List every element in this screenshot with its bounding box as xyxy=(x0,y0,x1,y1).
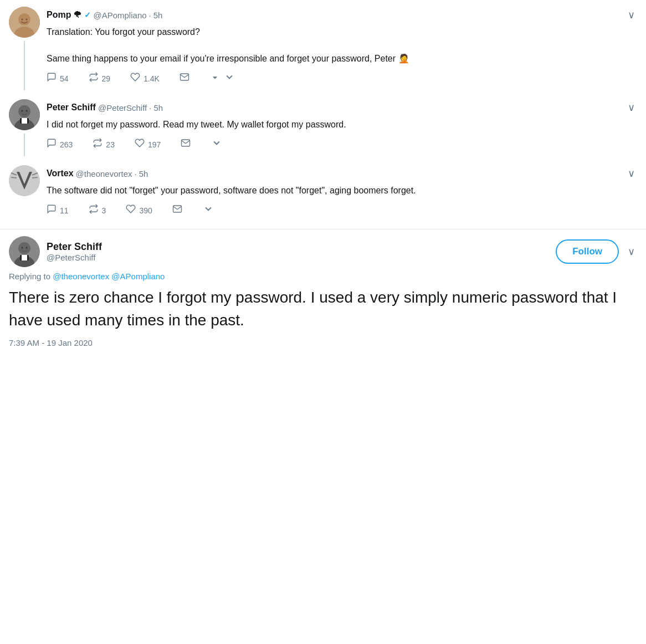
retweet-count-peter1: 23 xyxy=(106,140,115,149)
avatar-col-peter1 xyxy=(9,99,40,156)
reply-to-user-1[interactable]: @theonevortex xyxy=(53,272,109,281)
tweet-text-vortex: The software did not "forget" your passw… xyxy=(47,184,637,197)
dm-icon-pomp xyxy=(180,72,189,85)
svg-point-4 xyxy=(26,19,28,21)
big-tweet-text: There is zero chance I forgot my passwor… xyxy=(9,287,637,331)
svg-line-18 xyxy=(32,177,38,178)
emoji-tornado: 🌪 xyxy=(73,10,82,20)
avatar-peter-bottom[interactable] xyxy=(9,236,40,267)
dm-action-pomp[interactable] xyxy=(180,72,189,85)
avatar-pomp[interactable] xyxy=(9,7,40,38)
verified-icon-pomp: ✓ xyxy=(84,11,91,19)
bottom-tweet-header: Peter Schiff @PeterSchiff Follow ∨ xyxy=(9,236,637,267)
retweet-icon-pomp xyxy=(89,72,99,85)
like-count-pomp: 1.4K xyxy=(143,74,160,83)
username-pomp: @APompliano xyxy=(93,11,146,20)
tweet-peter-1: Peter Schiff @PeterSchiff · 5h ∨ I did n… xyxy=(9,97,637,163)
dm-action-vortex[interactable] xyxy=(172,204,182,217)
reply-icon-peter1 xyxy=(47,138,57,151)
like-icon-pomp xyxy=(130,72,140,85)
display-name-pomp: Pomp xyxy=(47,10,71,20)
avatar-col-vortex xyxy=(9,165,40,222)
svg-point-13 xyxy=(9,165,40,196)
chevron-pomp[interactable]: ∨ xyxy=(626,7,637,23)
svg-point-20 xyxy=(18,242,30,254)
thread-line-pomp xyxy=(24,41,25,90)
bottom-display-name: Peter Schiff xyxy=(47,241,102,253)
svg-point-3 xyxy=(22,19,23,21)
tweet-pomp: Pomp 🌪 ✓ @APompliano · 5h ∨ Translation:… xyxy=(9,7,637,97)
like-action-vortex[interactable]: 390 xyxy=(126,204,152,217)
svg-line-16 xyxy=(11,177,17,178)
retweet-count-pomp: 29 xyxy=(102,74,111,83)
like-action-pomp[interactable]: 1.4K xyxy=(130,72,160,85)
tweet-vortex: Vortex @theonevortex · 5h ∨ The software… xyxy=(9,163,637,229)
more-icon-pomp xyxy=(209,71,235,86)
reply-to-user-2[interactable]: @APompliano xyxy=(111,272,165,281)
tweet-content-pomp: Pomp 🌪 ✓ @APompliano · 5h ∨ Translation:… xyxy=(47,7,637,90)
retweet-count-vortex: 3 xyxy=(102,206,106,215)
tweet-text-pomp: Translation: You forgot your password? S… xyxy=(47,25,637,65)
tweet-header-peter1: Peter Schiff @PeterSchiff · 5h ∨ xyxy=(47,99,637,116)
reply-count-peter1: 263 xyxy=(60,140,73,149)
like-action-peter1[interactable]: 197 xyxy=(135,138,161,151)
tweet-header-vortex: Vortex @theonevortex · 5h ∨ xyxy=(47,165,637,182)
avatar-peter1[interactable] xyxy=(9,99,40,130)
more-action-vortex[interactable] xyxy=(202,203,214,218)
svg-rect-23 xyxy=(22,255,24,260)
bottom-tweet-user: Peter Schiff @PeterSchiff xyxy=(9,236,102,267)
tweet-header-left-pomp: Pomp 🌪 ✓ @APompliano · 5h xyxy=(47,10,162,20)
tweet-header-left-peter1: Peter Schiff @PeterSchiff · 5h xyxy=(47,103,163,113)
svg-point-25 xyxy=(22,247,23,249)
dm-icon-peter1 xyxy=(181,138,191,151)
retweet-action-pomp[interactable]: 29 xyxy=(89,72,111,85)
tweet-content-vortex: Vortex @theonevortex · 5h ∨ The software… xyxy=(47,165,637,222)
like-icon-peter1 xyxy=(135,138,145,151)
retweet-icon-peter1 xyxy=(93,138,102,151)
more-action-peter1[interactable] xyxy=(211,137,223,152)
tweet-thread: Pomp 🌪 ✓ @APompliano · 5h ∨ Translation:… xyxy=(0,0,646,229)
reply-to-line: Replying to @theonevortex @APompliano xyxy=(9,272,637,281)
retweet-action-vortex[interactable]: 3 xyxy=(89,204,106,217)
reply-action-vortex[interactable]: 11 xyxy=(47,204,69,217)
username-vortex: @theonevortex xyxy=(76,169,132,178)
follow-button[interactable]: Follow xyxy=(556,239,619,264)
tweet-timestamp: 7:39 AM - 19 Jan 2020 xyxy=(9,338,637,347)
like-count-vortex: 390 xyxy=(139,206,152,215)
reply-action-peter1[interactable]: 263 xyxy=(47,138,73,151)
reply-icon-pomp xyxy=(47,72,57,85)
chevron-peter1[interactable]: ∨ xyxy=(626,99,637,116)
time-vortex: 5h xyxy=(139,169,148,178)
reply-icon-vortex xyxy=(47,204,57,217)
more-icon-vortex xyxy=(202,203,214,218)
dm-action-peter1[interactable] xyxy=(181,138,191,151)
reply-action-pomp[interactable]: 54 xyxy=(47,72,69,85)
tweet-actions-peter1: 263 23 197 xyxy=(47,137,637,152)
more-icon-peter1 xyxy=(211,137,223,152)
reply-to-text: Replying to xyxy=(9,272,53,281)
svg-point-6 xyxy=(18,105,30,117)
time-peter1: 5h xyxy=(153,103,163,113)
bottom-tweet: Peter Schiff @PeterSchiff Follow ∨ Reply… xyxy=(0,229,646,354)
svg-rect-10 xyxy=(24,118,27,124)
svg-point-11 xyxy=(22,110,23,112)
retweet-icon-vortex xyxy=(89,204,99,217)
more-action-pomp[interactable] xyxy=(209,71,235,86)
svg-point-1 xyxy=(18,13,30,25)
display-name-peter1: Peter Schiff xyxy=(47,103,96,113)
display-name-vortex: Vortex xyxy=(47,168,74,178)
bottom-user-info: Peter Schiff @PeterSchiff xyxy=(47,241,102,262)
svg-rect-9 xyxy=(22,118,24,124)
reply-count-pomp: 54 xyxy=(60,74,69,83)
tweet-text-peter1: I did not forget my password. Read my tw… xyxy=(47,118,637,131)
avatar-vortex[interactable] xyxy=(9,165,40,196)
tweet-actions-vortex: 11 3 390 xyxy=(47,203,637,218)
avatar-col-pomp xyxy=(9,7,40,90)
time-pomp: 5h xyxy=(153,11,163,20)
chevron-vortex[interactable]: ∨ xyxy=(626,165,637,182)
reply-count-vortex: 11 xyxy=(60,206,69,215)
like-icon-vortex xyxy=(126,204,136,217)
retweet-action-peter1[interactable]: 23 xyxy=(93,138,115,151)
tweet-header-pomp: Pomp 🌪 ✓ @APompliano · 5h ∨ xyxy=(47,7,637,23)
chevron-bottom[interactable]: ∨ xyxy=(626,243,637,260)
